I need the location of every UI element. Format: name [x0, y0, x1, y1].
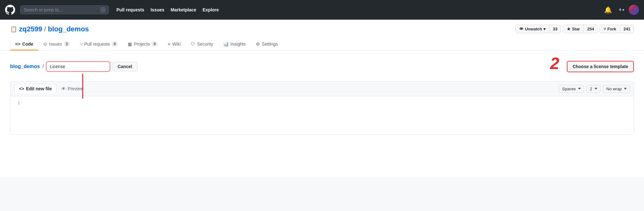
repo-title: 📋 zq2599 / blog_demos: [10, 25, 89, 33]
star-icon: ★: [567, 27, 571, 31]
nav-marketplace[interactable]: Marketplace: [168, 5, 199, 14]
file-path-row: blog_demos / Cancel 2 Choose a license t…: [10, 58, 634, 75]
tab-insights[interactable]: 📊 Insights: [218, 38, 251, 50]
fork-icon: ⑂: [604, 27, 606, 31]
insights-icon: 📊: [223, 42, 229, 47]
watch-group: 👁 Unwatch ▾ 33: [515, 25, 561, 33]
editor-container: <> Edit new file 👁 Preview Spaces 2 No w…: [10, 81, 634, 135]
fork-button[interactable]: ⑂ Fork: [599, 25, 620, 33]
main-content: blog_demos / Cancel 2 Choose a license t…: [0, 51, 644, 177]
editor-body[interactable]: 1: [10, 96, 634, 134]
search-input[interactable]: [24, 7, 98, 12]
filename-input[interactable]: [46, 62, 110, 71]
breadcrumb-separator: /: [44, 25, 46, 33]
repo-owner-link[interactable]: zq2599: [19, 25, 42, 33]
star-count: 254: [584, 25, 598, 33]
app-header: / Pull requests Issues Marketplace Explo…: [0, 0, 644, 20]
chevron-down-icon: ▾: [622, 8, 624, 12]
repo-actions: 👁 Unwatch ▾ 33 ★ Star 254 ⑂ Fork 241: [515, 25, 634, 33]
tab-code[interactable]: <> Code: [10, 38, 38, 50]
breadcrumb-repo-link[interactable]: blog_demos: [10, 64, 40, 69]
repo-name-link[interactable]: blog_demos: [48, 25, 89, 33]
projects-badge: 0: [152, 42, 158, 47]
filename-highlight: [46, 62, 110, 71]
tab-security[interactable]: 🛡 Security: [186, 38, 218, 50]
header-nav: Pull requests Issues Marketplace Explore: [114, 5, 597, 14]
chevron-down-icon: ▾: [543, 27, 546, 31]
nav-explore[interactable]: Explore: [200, 5, 221, 14]
fork-count: 241: [620, 25, 634, 33]
editor-settings: Spaces 2 No wrap: [559, 85, 630, 93]
issues-badge: 3: [64, 42, 70, 47]
choose-license-button[interactable]: Choose a license template: [567, 61, 634, 72]
tab-preview[interactable]: 👁 Preview: [57, 84, 88, 93]
repo-book-icon: 📋: [10, 26, 17, 33]
repo-tabs: <> Code ⊙ Issues 3 ⑂ Pull requests 0 ▦ P…: [10, 38, 634, 50]
nav-issues[interactable]: Issues: [148, 5, 167, 14]
editor-tabs: <> Edit new file 👁 Preview: [14, 84, 88, 93]
editor-toolbar: <> Edit new file 👁 Preview Spaces 2 No w…: [10, 81, 634, 96]
watch-label: Unwatch: [525, 27, 542, 31]
eye-icon: 👁: [519, 27, 523, 31]
nav-pull-requests[interactable]: Pull requests: [114, 5, 147, 14]
file-path-left: blog_demos / Cancel: [10, 62, 138, 71]
tab-edit-new-file[interactable]: <> Edit new file: [14, 84, 57, 93]
tab-projects[interactable]: ▦ Projects 0: [123, 38, 163, 50]
tab-settings[interactable]: ⚙ Settings: [251, 38, 283, 50]
search-bar[interactable]: /: [20, 5, 109, 14]
line-number-1: 1: [10, 100, 26, 106]
code-icon: <>: [15, 42, 20, 47]
red-indicator-line: [82, 74, 83, 99]
spaces-select[interactable]: Spaces: [559, 85, 584, 93]
fork-group: ⑂ Fork 241: [599, 25, 634, 33]
star-group: ★ Star 254: [563, 25, 598, 33]
notifications-button[interactable]: 🔔: [602, 5, 614, 15]
watch-button[interactable]: 👁 Unwatch ▾: [515, 25, 549, 33]
github-logo[interactable]: [5, 5, 15, 15]
breadcrumb-slash: /: [42, 64, 44, 69]
repo-title-row: 📋 zq2599 / blog_demos 👁 Unwatch ▾ 33 ★ S…: [10, 25, 634, 38]
tab-wiki[interactable]: ≡ Wiki: [163, 38, 186, 50]
editor-line-1: 1: [10, 100, 634, 106]
repo-header: 📋 zq2599 / blog_demos 👁 Unwatch ▾ 33 ★ S…: [0, 20, 644, 51]
pr-badge: 0: [112, 42, 118, 47]
file-path-wrapper: blog_demos / Cancel 2 Choose a license t…: [10, 58, 634, 75]
settings-icon: ⚙: [256, 42, 260, 47]
watch-count: 33: [550, 25, 561, 33]
wrap-select[interactable]: No wrap: [603, 85, 630, 93]
security-icon: 🛡: [191, 42, 195, 47]
fork-label: Fork: [607, 27, 616, 31]
cancel-button[interactable]: Cancel: [112, 62, 138, 71]
avatar[interactable]: [629, 5, 639, 15]
plus-icon: +: [618, 7, 622, 13]
projects-icon: ▦: [128, 42, 132, 47]
star-button[interactable]: ★ Star: [563, 25, 584, 33]
annotation-2: 2: [550, 55, 559, 72]
header-actions: 🔔 + ▾: [602, 5, 639, 15]
search-shortcut: /: [101, 7, 105, 12]
indent-select[interactable]: 2: [586, 85, 600, 93]
issues-icon: ⊙: [43, 42, 47, 47]
eye-preview-icon: 👁: [61, 86, 66, 91]
bell-icon: 🔔: [604, 6, 612, 14]
file-path-right: 2 Choose a license template: [550, 58, 634, 75]
wiki-icon: ≡: [168, 42, 170, 47]
code-brackets-icon: <>: [19, 86, 24, 91]
star-label: Star: [572, 27, 580, 31]
pr-icon: ⑂: [80, 42, 83, 47]
tab-issues[interactable]: ⊙ Issues 3: [38, 38, 75, 50]
create-button[interactable]: + ▾: [616, 5, 626, 15]
tab-pull-requests[interactable]: ⑂ Pull requests 0: [75, 38, 123, 50]
